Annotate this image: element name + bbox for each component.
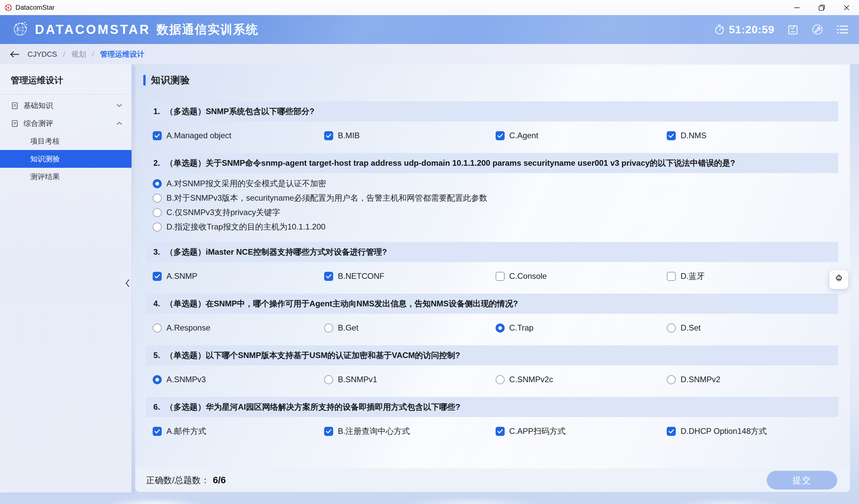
sidebar-divider — [0, 94, 132, 95]
checkbox-checked-icon — [667, 131, 676, 140]
question-number: 1. — [153, 107, 160, 116]
option-group: A.ResponseB.GetC.TrapD.Set — [146, 320, 838, 336]
checkbox-option[interactable]: C.APP扫码方式 — [496, 423, 667, 439]
report-icon[interactable] — [787, 24, 799, 35]
question-block: 5.（单选题）以下哪个SNMP版本支持基于USM的认证加密和基于VACM的访问控… — [146, 345, 838, 397]
option-label: A.对SNMP报文采用的安全模式是认证不加密 — [166, 178, 326, 189]
checkbox-option[interactable]: C.Agent — [496, 127, 667, 143]
radio-option[interactable]: C.仅SNMPv3支持privacy关键字 — [153, 208, 838, 217]
checkbox-option[interactable]: A.SNMP — [153, 268, 324, 284]
option-group: A.对SNMP报文采用的安全模式是认证不加密B.对于SNMPv3版本，secur… — [146, 179, 838, 232]
checkbox-option[interactable]: B.注册查询中心方式 — [324, 423, 496, 439]
breadcrumb-item-planning[interactable]: 规划 — [71, 49, 86, 59]
checkbox-checked-icon — [324, 272, 333, 281]
checkbox-checked-icon — [667, 427, 676, 436]
radio-unselected-icon — [496, 375, 504, 384]
page-body: 管理运维设计 基础知识综合测评项目考核知识测验测评结果 知识测验 1.（多选题）… — [0, 64, 859, 504]
restore-button[interactable] — [809, 0, 834, 15]
sidebar-group-item[interactable]: 综合测评 — [0, 114, 132, 132]
chevron-down-icon — [117, 104, 122, 107]
checkbox-option[interactable]: D.蓝牙 — [667, 268, 838, 284]
checkbox-checked-icon — [153, 427, 162, 436]
clean-brush-button[interactable] — [829, 270, 848, 289]
radio-unselected-icon — [153, 208, 162, 217]
radio-option[interactable]: A.对SNMP报文采用的安全模式是认证不加密 — [153, 179, 838, 188]
option-label: D.SNMPv2 — [680, 375, 720, 384]
sidebar-group-item[interactable]: 基础知识 — [0, 97, 132, 114]
breadcrumb-separator: / — [63, 50, 65, 59]
question-number: 2. — [153, 158, 160, 168]
sidebar-item[interactable]: 项目考核 — [0, 132, 132, 150]
question-number: 6. — [153, 402, 160, 412]
close-button[interactable] — [834, 0, 859, 15]
timer-value: 51:20:59 — [729, 24, 774, 36]
sidebar-collapse-icon[interactable] — [123, 278, 132, 289]
radio-option[interactable]: B.Get — [324, 320, 496, 336]
option-label: C.Console — [509, 272, 547, 281]
radio-option[interactable]: D.SNMPv2 — [667, 371, 838, 387]
sidebar: 管理运维设计 基础知识综合测评项目考核知识测验测评结果 — [0, 64, 132, 493]
quiz-footer: 正确数/总题数： 6/6 提交 — [135, 469, 850, 492]
radio-option[interactable]: C.SNMPv2c — [496, 371, 667, 387]
menu-icon[interactable] — [836, 25, 849, 34]
radio-option[interactable]: B.SNMPv1 — [324, 371, 496, 387]
radio-option[interactable]: B.对于SNMPv3版本，securityname必须配置为用户名，告警主机和网… — [153, 193, 838, 203]
option-label: C.Agent — [509, 131, 539, 140]
checkbox-checked-icon — [153, 272, 162, 281]
brand-name-cn: 数据通信实训系统 — [156, 21, 258, 38]
checkbox-checked-icon — [324, 427, 333, 436]
checkbox-unchecked-icon — [496, 272, 504, 281]
question-number: 3. — [153, 247, 160, 257]
app-title: DatacomStar — [15, 4, 55, 11]
breadcrumb-separator: / — [92, 50, 94, 59]
question-number: 5. — [153, 351, 160, 360]
question-header: 2.（单选题）关于SNMP命令snmp-agent target-host tr… — [146, 153, 838, 173]
score-summary: 正确数/总题数： 6/6 — [146, 474, 226, 486]
radio-option[interactable]: C.Trap — [496, 320, 667, 336]
minimize-button[interactable] — [784, 0, 809, 15]
breadcrumb: CJYDCS / 规划 / 管理运维设计 — [0, 44, 859, 64]
sidebar-item-label: 测评结果 — [30, 172, 60, 182]
option-group: A.邮件方式B.注册查询中心方式C.APP扫码方式D.DHCP Option14… — [146, 423, 838, 439]
radio-unselected-icon — [667, 323, 676, 333]
sidebar-item-active[interactable]: 知识测验 — [0, 150, 132, 168]
checkbox-checked-icon — [153, 131, 162, 140]
sidebar-item-label: 知识测验 — [30, 154, 60, 164]
breadcrumb-item-current: 管理运维设计 — [100, 49, 144, 59]
back-arrow-icon[interactable] — [10, 51, 19, 58]
title-accent-bar — [143, 75, 146, 86]
option-label: B.SNMPv1 — [338, 375, 377, 384]
breadcrumb-item-root[interactable]: CJYDCS — [28, 50, 57, 59]
checkbox-option[interactable]: A.邮件方式 — [153, 423, 324, 439]
header-actions: 51:20:59 — [714, 24, 849, 36]
question-block: 2.（单选题）关于SNMP命令snmp-agent target-host tr… — [146, 153, 838, 242]
submit-button[interactable]: 提交 — [767, 471, 837, 490]
option-label: B.注册查询中心方式 — [338, 426, 410, 437]
checkbox-option[interactable]: D.DHCP Option148方式 — [667, 423, 838, 439]
question-header: 5.（单选题）以下哪个SNMP版本支持基于USM的认证加密和基于VACM的访问控… — [146, 345, 838, 365]
checkbox-option[interactable]: B.NETCONF — [324, 268, 496, 284]
checkbox-option[interactable]: A.Managed object — [153, 127, 324, 143]
checkbox-option[interactable]: D.NMS — [667, 127, 838, 143]
option-label: D.NMS — [680, 131, 706, 140]
option-label: C.SNMPv2c — [509, 375, 553, 384]
quiz-card: 知识测验 1.（多选题）SNMP系统包含以下哪些部分?A.Managed obj… — [135, 64, 850, 492]
tools-icon[interactable] — [811, 24, 824, 35]
brush-icon — [834, 274, 844, 285]
radio-unselected-icon — [153, 223, 162, 231]
page-title: 知识测验 — [151, 74, 190, 87]
checkbox-option[interactable]: B.MIB — [324, 127, 496, 143]
radio-unselected-icon — [324, 375, 333, 384]
radio-option[interactable]: A.Response — [153, 320, 324, 336]
document-icon — [11, 120, 19, 127]
question-block: 6.（多选题）华为星河AI园区网络解决方案所支持的设备即插即用方式包含以下哪些?… — [146, 397, 838, 449]
brand-globe-icon — [11, 20, 29, 39]
question-list: 1.（多选题）SNMP系统包含以下哪些部分?A.Managed objectB.… — [135, 87, 850, 469]
sidebar-item-label: 综合测评 — [24, 119, 53, 128]
checkbox-option[interactable]: C.Console — [496, 268, 667, 284]
radio-option[interactable]: D.指定接收Trap报文的目的主机为10.1.1.200 — [153, 222, 838, 232]
option-label: B.对于SNMPv3版本，securityname必须配置为用户名，告警主机和网… — [166, 193, 487, 203]
radio-option[interactable]: A.SNMPv3 — [153, 371, 324, 387]
radio-option[interactable]: D.Set — [667, 320, 838, 336]
sidebar-item[interactable]: 测评结果 — [0, 168, 132, 186]
